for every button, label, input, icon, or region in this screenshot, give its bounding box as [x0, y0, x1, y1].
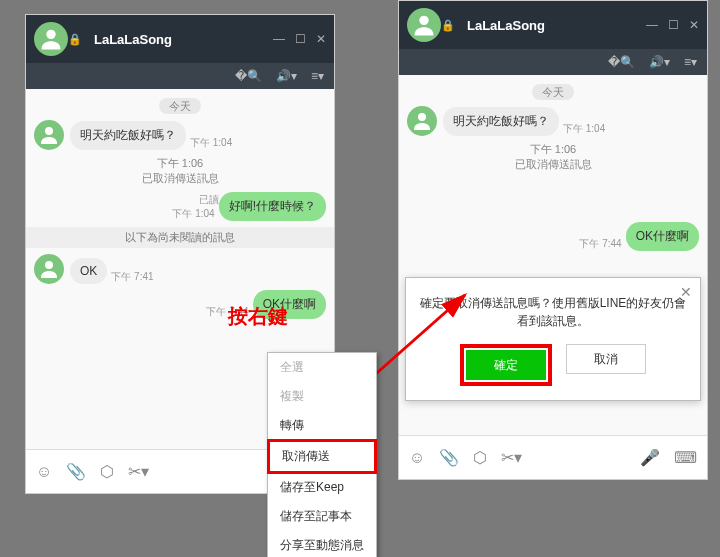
- menu-select-all[interactable]: 全選: [268, 353, 376, 382]
- avatar-icon: [407, 106, 437, 136]
- search-icon[interactable]: �🔍: [608, 55, 635, 69]
- svg-point-1: [45, 127, 53, 135]
- menu-icon[interactable]: ≡▾: [684, 55, 697, 69]
- minimize-button[interactable]: —: [646, 18, 658, 32]
- search-icon[interactable]: �🔍: [235, 69, 262, 83]
- message-row: 明天約吃飯好嗎？ 下午 1:04: [34, 120, 326, 150]
- avatar: [407, 8, 441, 42]
- contact-name: LaLaLaSong: [94, 32, 273, 47]
- menu-icon[interactable]: ≡▾: [311, 69, 324, 83]
- unread-separator: 以下為尚未閱讀的訊息: [26, 227, 334, 248]
- unsent-notice: 下午 1:06 已取消傳送訊息: [407, 142, 699, 172]
- menu-copy[interactable]: 複製: [268, 382, 376, 411]
- speaker-icon[interactable]: 🔊▾: [649, 55, 670, 69]
- avatar: [34, 22, 68, 56]
- contact-name: LaLaLaSong: [467, 18, 646, 33]
- mic-icon[interactable]: 🎤: [640, 448, 660, 467]
- chat-toolbar: �🔍 🔊▾ ≡▾: [399, 49, 707, 75]
- menu-unsend[interactable]: 取消傳送: [267, 439, 377, 474]
- window-controls: — ☐ ✕: [273, 32, 326, 46]
- date-separator: 今天: [407, 85, 699, 100]
- svg-point-5: [418, 113, 426, 121]
- message-time: 下午 1:04: [190, 136, 232, 150]
- titlebar: 🔒 LaLaLaSong — ☐ ✕: [26, 15, 334, 63]
- menu-share-timeline[interactable]: 分享至動態消息: [268, 531, 376, 557]
- close-button[interactable]: ✕: [316, 32, 326, 46]
- emoji-icon[interactable]: ☺: [36, 463, 52, 481]
- menu-forward[interactable]: 轉傳: [268, 411, 376, 440]
- crop-icon[interactable]: ✂▾: [128, 462, 149, 481]
- message-time: 下午 7:44: [579, 237, 621, 251]
- close-button[interactable]: ✕: [689, 18, 699, 32]
- input-bar: ☺ 📎 ⬡ ✂▾ 🎤 ⌨: [399, 435, 707, 479]
- message-bubble[interactable]: 明天約吃飯好嗎？: [443, 107, 559, 136]
- speaker-icon[interactable]: 🔊▾: [276, 69, 297, 83]
- chat-toolbar: �🔍 🔊▾ ≡▾: [26, 63, 334, 89]
- attach-icon[interactable]: 📎: [439, 448, 459, 467]
- message-time: 下午 1:04: [172, 207, 214, 221]
- titlebar: 🔒 LaLaLaSong — ☐ ✕: [399, 1, 707, 49]
- emoji-icon[interactable]: ☺: [409, 449, 425, 467]
- lock-icon: 🔒: [68, 33, 82, 46]
- crop-icon[interactable]: ✂▾: [501, 448, 522, 467]
- minimize-button[interactable]: —: [273, 32, 285, 46]
- read-indicator: 已讀: [168, 193, 218, 207]
- message-row: 下午 7:44 OK什麼啊: [407, 222, 699, 251]
- message-row: 明天約吃飯好嗎？ 下午 1:04: [407, 106, 699, 136]
- avatar-icon: [34, 254, 64, 284]
- message-row: 已讀 下午 1:04 好啊!什麼時候？: [34, 192, 326, 221]
- sticker-icon[interactable]: ⬡: [100, 462, 114, 481]
- unsent-notice: 下午 1:06 已取消傳送訊息: [34, 156, 326, 186]
- avatar-icon: [34, 120, 64, 150]
- sticker-icon[interactable]: ⬡: [473, 448, 487, 467]
- menu-save-keep[interactable]: 儲存至Keep: [268, 473, 376, 502]
- dialog-close-button[interactable]: ✕: [680, 284, 692, 300]
- message-bubble[interactable]: 好啊!什麼時候？: [219, 192, 326, 221]
- message-bubble[interactable]: OK: [70, 258, 107, 284]
- message-row: OK 下午 7:41: [34, 254, 326, 284]
- message-bubble[interactable]: 明天約吃飯好嗎？: [70, 121, 186, 150]
- svg-point-2: [45, 261, 53, 269]
- annotation-text: 按右鍵: [228, 303, 288, 330]
- menu-save-note[interactable]: 儲存至記事本: [268, 502, 376, 531]
- message-time: 下午 7:41: [111, 270, 153, 284]
- maximize-button[interactable]: ☐: [295, 32, 306, 46]
- context-menu: 全選 複製 轉傳 取消傳送 儲存至Keep 儲存至記事本 分享至動態消息 背景設…: [267, 352, 377, 557]
- date-separator: 今天: [34, 99, 326, 114]
- message-time: 下午 1:04: [563, 122, 605, 136]
- keyboard-icon[interactable]: ⌨: [674, 448, 697, 467]
- dialog-cancel-button[interactable]: 取消: [566, 344, 646, 374]
- window-controls: — ☐ ✕: [646, 18, 699, 32]
- lock-icon: 🔒: [441, 19, 455, 32]
- message-bubble[interactable]: OK什麼啊: [626, 222, 699, 251]
- maximize-button[interactable]: ☐: [668, 18, 679, 32]
- svg-point-0: [46, 30, 55, 39]
- attach-icon[interactable]: 📎: [66, 462, 86, 481]
- svg-point-4: [419, 16, 428, 25]
